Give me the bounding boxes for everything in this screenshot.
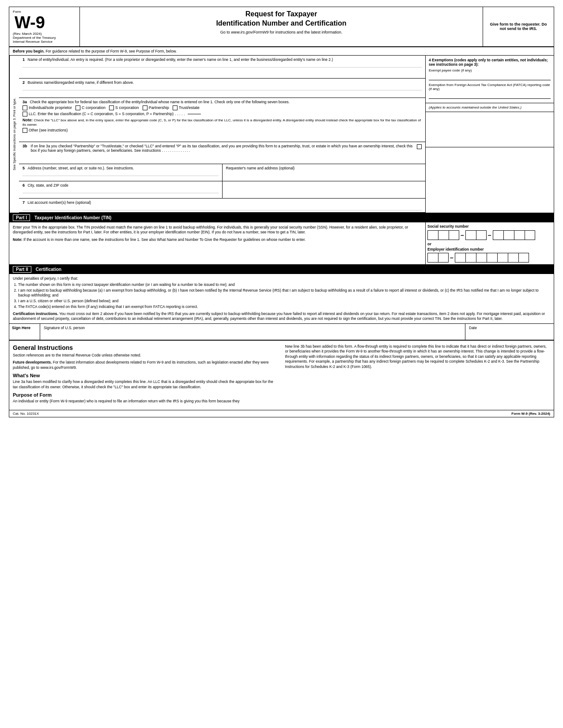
checkbox-partnership-box[interactable] [143,105,147,110]
ein-cell-2[interactable] [438,253,449,263]
exempt-payee-field[interactable] [429,73,551,80]
field7-label: List account number(s) here (optional) [28,200,91,205]
ssn-cell-6[interactable] [493,230,503,240]
sign-here-label: Sign Here [9,324,40,340]
checkbox-trust-box[interactable] [173,105,178,110]
form-header: Form W-9 (Rev. March 2024) Department of… [9,7,554,47]
checkbox-c-corp-box[interactable] [76,105,80,110]
checkbox-individual[interactable]: Individual/sole proprietor [23,105,72,110]
ssn-cell-4[interactable] [465,230,476,240]
part-1-section: Part I Taxpayer Identification Number (T… [9,213,554,265]
date-field[interactable]: Date [465,324,554,340]
give-form-notice: Give form to the requester. Do not send … [483,7,554,46]
future-label: Future developments. [13,360,52,364]
ein-cell-8[interactable] [508,253,518,263]
cert-instructions-text: You must cross out item 2 above if you h… [13,311,545,321]
form-title-line2: Identification Number and Certification [84,19,478,28]
checkbox-llc[interactable]: LLC. Enter the tax classification (C = C… [23,112,422,116]
ein-cell-5[interactable] [476,253,487,263]
checkbox-individual-box[interactable] [23,105,27,110]
llc-entry-field[interactable] [188,114,201,114]
field3a-number: 3a [23,100,27,104]
ein-dash: – [449,254,454,261]
requester-address: Requester's name and address (optional) [223,164,426,181]
ein-cell-7[interactable] [497,253,508,263]
ein-group-1 [427,253,449,263]
checkbox-other-box[interactable] [23,128,27,133]
ein-cell-1[interactable] [427,253,438,263]
checkbox-s-corp-box[interactable] [109,105,114,110]
checkbox-c-corp[interactable]: C corporation [76,105,106,110]
purpose-text: An individual or entity (Form W-9 reques… [13,399,278,404]
part1-note: Note: If the account is in more than one… [13,237,422,242]
checkbox-llc-box[interactable] [23,112,27,116]
ssn-cell-3[interactable] [449,230,459,240]
ein-cell-6[interactable] [487,253,497,263]
form-website: Go to www.irs.gov/FormW9 for instruction… [84,30,478,34]
applies-section: (Applies to accounts maintained outside … [426,103,554,112]
note-label: Note: [23,118,33,122]
field-5-address: 5 Address (number, street, and apt. or s… [19,164,223,181]
requester-address-cont [223,181,426,198]
exemptions-section: 4 Exemptions (codes apply only to certai… [426,56,554,103]
ssn-cell-8[interactable] [514,230,525,240]
signature-label: Signature of U.S. person [44,326,85,330]
ein-cell-3[interactable] [455,253,465,263]
checkbox-row-1: Individual/sole proprietor C corporation… [23,105,422,110]
field2-input-line[interactable] [23,90,422,90]
ssn-cell-5[interactable] [476,230,487,240]
checkbox-other[interactable]: Other (see instructions) [23,128,422,133]
field1-label: Name of entity/individual. An entry is r… [28,57,333,62]
footer: Cat. No. 10231X Form W-9 (Rev. 3-2024) [9,410,554,417]
part1-intro: Enter your TIN in the appropriate box. T… [13,225,422,235]
field3b-text: If on line 3a you checked "Partnership" … [31,144,415,153]
ssn-group-3 [493,230,535,240]
field5-input-line[interactable] [23,176,219,176]
part-2-section: Part II Certification Under penalties of… [9,265,554,324]
checkbox-trust[interactable]: Trust/estate [173,105,200,110]
ssn-cell-2[interactable] [438,230,449,240]
cert-item-2: I am not subject to backup withholding b… [18,288,550,298]
signature-field[interactable]: Signature of U.S. person [40,324,465,340]
before-begin-section: Before you begin. For guidance related t… [9,47,554,56]
checkbox-partnership[interactable]: Partnership [143,105,169,110]
ein-cell-4[interactable] [465,253,476,263]
form-title-section: Request for Taxpayer Identification Numb… [80,7,483,46]
gen-section-refs: Section references are to the Internal R… [13,353,278,358]
ssn-cell-1[interactable] [427,230,438,240]
field-2-row: 2 Business name/disregarded entity name,… [19,79,425,98]
part1-note-text: If the account is in more than one name,… [23,237,306,242]
field-5-6-row: 5 Address (number, street, and apt. or s… [19,164,425,181]
field7-input-line[interactable] [23,210,422,210]
fatca-field[interactable] [429,92,551,99]
ssn-label: Social security number [427,224,552,229]
field-1-row: 1 Name of entity/individual. An entry is… [19,56,425,79]
w9-form-number: W-9 [15,14,45,31]
field-3a-row: 3a Check the appropriate box for federal… [19,98,425,142]
part2-label: Part II [13,266,31,273]
ssn-cell-7[interactable] [503,230,514,240]
field1-input-line[interactable] [23,67,422,68]
whats-new-title: What's New [13,373,278,378]
field3b-checkbox[interactable] [417,144,422,149]
side-instructions-label: See Specific Instructions on page 3. Pri… [9,56,19,213]
field6-input-line[interactable] [23,193,219,193]
ein-cell-9[interactable] [518,253,529,263]
ssn-cell-9[interactable] [525,230,535,240]
field2-label: Business name/disregarded entity name, i… [28,80,134,85]
part1-header: Part I Taxpayer Identification Number (T… [9,213,554,222]
checkbox-s-corp[interactable]: S corporation [109,105,139,110]
rev-date: (Rev. March 2024) [13,32,76,36]
requester-label: Requester's name and address (optional) [226,166,295,170]
part2-title: Certification [36,267,61,272]
ssn-group-2 [465,230,487,240]
general-instructions-right: New line 3b has been added to this form.… [285,344,551,406]
ssn-dash-2: – [487,232,492,239]
checkbox-individual-label: Individual/sole proprietor [29,105,72,110]
note-text: Check the "LLC" box above and, in the en… [23,118,421,127]
checkbox-s-corp-label: S corporation [115,105,139,110]
irs-label: Internal Revenue Service [13,40,76,44]
field7-number: 7 [23,200,25,205]
field3b-number: 3b [23,144,27,148]
field-6-city: 6 City, state, and ZIP code [19,181,223,198]
